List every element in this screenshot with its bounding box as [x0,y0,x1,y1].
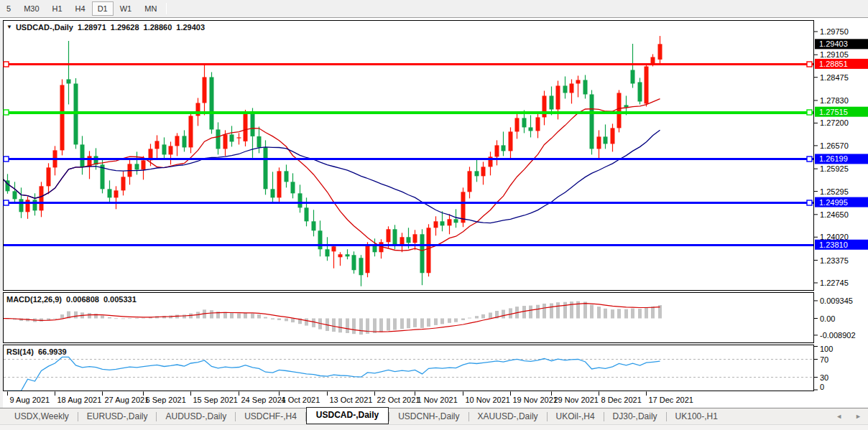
macd-histogram-bar [407,319,410,329]
candle-body [216,129,221,149]
candle-body [434,221,438,228]
candle-body [387,229,391,242]
price-tick-label: 1.22745 [820,279,849,287]
macd-histogram-bar [128,318,131,319]
macd-histogram-bar [645,308,648,319]
tab-usdx-weekly[interactable]: USDX,Weekly [6,408,78,424]
macd-histogram-bar [346,319,349,334]
candle-body [47,167,51,186]
candle-body [189,116,193,147]
macd-histogram-bar [638,309,642,318]
date-tick-label: 27 Aug 2021 [105,396,149,404]
tab-audusd-daily[interactable]: AUDUSD-,Daily [157,408,235,424]
macd-histogram-bar [489,312,492,318]
macd-histogram-bar [359,319,363,335]
candle-body [427,228,431,273]
tab-eurusd-daily[interactable]: EURUSD-,Daily [78,408,157,424]
candle-body [264,147,268,189]
macd-histogram-bar [352,319,356,335]
date-tick-label: 17 Dec 2021 [649,396,693,404]
candle-body [271,189,275,197]
macd-histogram-bar [387,319,390,331]
candle-body [114,190,119,197]
macd-histogram-bar [108,317,111,319]
macd-histogram-bar [502,310,505,319]
price-tick-label: 1.23375 [820,256,849,265]
candle-body [359,258,364,275]
tab-dj30-daily[interactable]: DJ30-,Daily [604,408,666,424]
macd-histogram-bar [312,319,315,327]
candle-body [162,144,167,154]
candle-body [440,221,445,225]
chart-canvas[interactable]: 1.297501.291051.284751.278301.272001.265… [0,0,868,430]
date-axis-labels: 9 Aug 202118 Aug 202127 Aug 20216 Sep 20… [8,392,693,405]
hline-handle [4,156,9,162]
candle-body [366,245,370,273]
candle-body [638,82,642,101]
timeframe-button-m30[interactable]: M30 [17,1,45,16]
date-tick-label: 18 Aug 2021 [57,396,102,404]
date-tick-label: 22 Oct 2021 [377,396,420,404]
candle-body [40,186,44,210]
timeframe-button-mn[interactable]: MN [138,1,163,16]
tab-usdchf-h4[interactable]: USDCHF-,H4 [236,408,305,424]
candle-body [338,254,343,257]
date-tick-label: 13 Oct 2021 [330,396,373,404]
indicator-axis-labels: 0.0093450.00-0.00890210070300 [814,296,856,391]
macd-value-main: 0.006808 [66,295,99,304]
candle-body [400,237,405,245]
collapse-chart-icon[interactable]: ▼ [6,24,12,30]
rsi-name: RSI(14) [6,347,34,356]
candle-body [407,237,411,243]
date-tick-label: 9 Aug 2021 [10,396,50,404]
rsi-indicator-label: RSI(14) 66.9939 [6,347,71,356]
candle-body [19,199,24,212]
rsi-value: 66.9939 [38,347,67,356]
candle-body [617,93,622,128]
macd-histogram-bar [529,306,532,319]
chart-symbol-label: USDCAD-,Daily [16,23,73,32]
tab-uk100-h1[interactable]: UK100-,H1 [667,408,726,424]
macd-histogram-bar [53,319,57,319]
macd-histogram-bar [0,319,3,319]
candle-body [576,80,581,83]
candle-body [305,207,309,221]
candle-body [550,95,554,109]
macd-histogram-bar [244,313,247,319]
macd-histogram-bar [440,319,444,324]
timeframe-button-w1[interactable]: W1 [114,1,139,16]
candle-body [604,136,608,144]
macd-histogram-bar [481,314,485,319]
macd-histogram-bar [277,319,281,320]
macd-histogram-bar [651,307,655,319]
price-badge-label: 1.27515 [819,108,848,116]
timeframe-button-5[interactable]: 5 [0,1,17,16]
candle-body [495,145,499,156]
tab-ukoil-h4[interactable]: UKOil-,H4 [548,408,604,424]
hline-handle [807,156,812,162]
candle-body [542,95,547,117]
macd-histogram-bar [74,312,78,319]
date-tick-label: 8 Dec 2021 [601,396,642,404]
timeframe-button-h1[interactable]: H1 [46,1,69,16]
price-tick-label: 1.29105 [820,50,849,59]
candle-body [658,44,662,60]
timeframe-button-d1[interactable]: D1 [92,1,114,16]
candle-body [645,66,649,103]
candle-body [285,171,289,182]
candle-body [155,141,160,149]
tab-usdcad-daily[interactable]: USDCAD-,Daily [306,407,389,424]
macd-histogram-bar [454,319,458,322]
tab-xauusd-daily[interactable]: XAUUSD-,Daily [469,408,547,424]
macd-histogram-bar [604,309,607,319]
macd-histogram-bar [135,318,139,319]
tab-scroll-right-icon[interactable]: ► [849,413,868,420]
macd-histogram-bar [291,319,295,323]
timeframe-button-h4[interactable]: H4 [69,1,92,16]
date-tick-label: 19 Nov 2021 [513,396,558,404]
rsi-axis-label: 70 [820,355,828,364]
candle-body [277,171,282,197]
candle-body [481,167,486,176]
tab-scroll-left-icon[interactable]: ◄ [829,413,849,420]
tab-usdcnh-daily[interactable]: USDCNH-,Daily [389,408,468,424]
